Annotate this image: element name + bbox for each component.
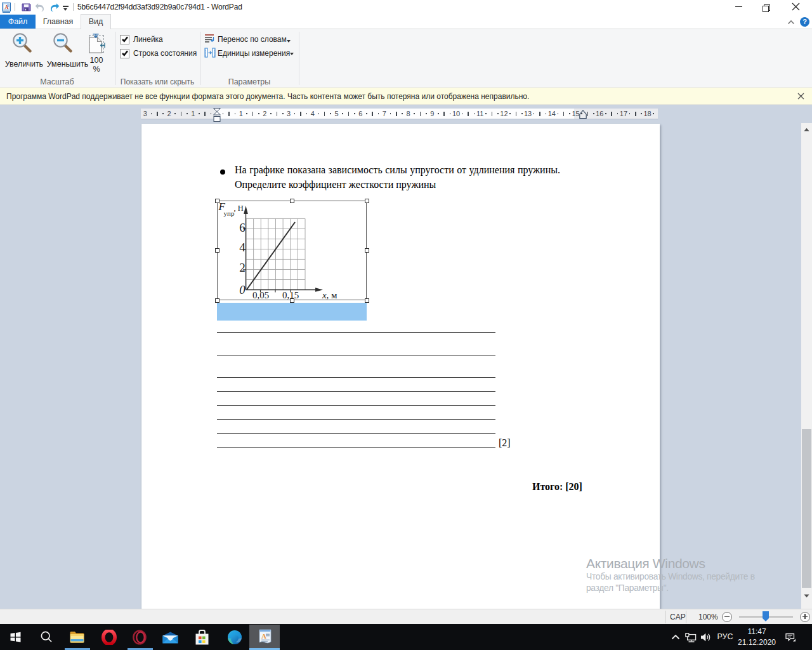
svg-text:, Н: , Н [234, 204, 244, 213]
svg-text:A: A [261, 632, 266, 640]
svg-text:2: 2 [239, 261, 246, 274]
svg-text:, м: , м [327, 290, 338, 300]
svg-text:4: 4 [239, 241, 246, 254]
svg-text:упр: упр [224, 209, 235, 217]
svg-text:6: 6 [239, 221, 246, 234]
svg-text:0: 0 [239, 283, 246, 296]
svg-text:0,05: 0,05 [252, 290, 269, 300]
